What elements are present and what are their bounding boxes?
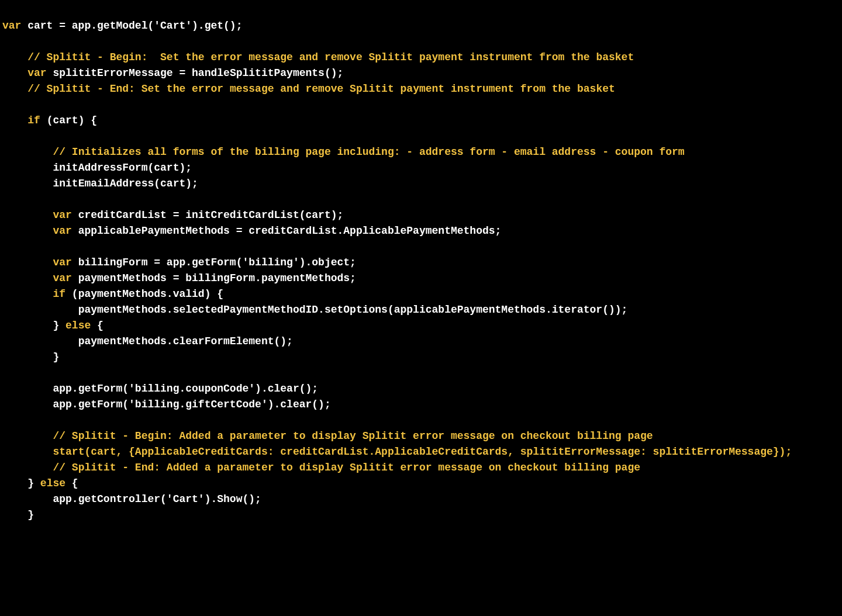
comment: // Initializes all forms of the billing … (53, 146, 684, 158)
code-text: (cart) { (40, 115, 97, 126)
indent (2, 225, 53, 237)
indent (2, 51, 27, 63)
code-line: // Splitit - End: Added a parameter to d… (2, 462, 640, 473)
code-line: app.getController('Cart').Show(); (2, 493, 261, 505)
keyword-var: var (53, 225, 71, 237)
code-text: paymentMethods.selectedPaymentMethodID.s… (78, 304, 628, 316)
keyword-else: else (40, 477, 65, 489)
code-line: } else { (2, 320, 103, 331)
indent (2, 162, 53, 174)
code-line: initAddressForm(cart); (2, 162, 192, 174)
code-line: var splititErrorMessage = handleSplititP… (2, 67, 343, 79)
code-text: } (27, 477, 40, 489)
code-line: paymentMethods.selectedPaymentMethodID.s… (2, 304, 627, 316)
code-text: paymentMethods = billingForm.paymentMeth… (72, 272, 356, 284)
code-line: // Splitit - End: Set the error message … (2, 83, 615, 95)
indent (2, 446, 53, 458)
code-editor-viewport[interactable]: var cart = app.getModel('Cart').get(); /… (2, 18, 840, 523)
code-text: paymentMethods.clearFormElement(); (78, 335, 293, 347)
indent (2, 383, 53, 394)
code-line: // Initializes all forms of the billing … (2, 146, 685, 158)
keyword-var: var (2, 20, 21, 32)
indent (2, 115, 27, 126)
indent (2, 83, 27, 95)
comment: // Splitit - End: Added a parameter to d… (53, 462, 640, 473)
code-line: if (paymentMethods.valid) { (2, 288, 223, 300)
code-text: initAddressForm(cart); (53, 162, 192, 174)
indent (2, 399, 53, 410)
comment: // Splitit - Begin: Added a parameter to… (53, 430, 653, 442)
code-line: app.getForm('billing.giftCertCode').clea… (2, 399, 331, 410)
code-line: var applicablePaymentMethods = creditCar… (2, 225, 501, 237)
code-text: } (53, 351, 59, 363)
indent (2, 493, 53, 505)
code-text-highlighted: start(cart, {ApplicableCreditCards: cred… (53, 446, 792, 458)
code-line: } (2, 509, 34, 521)
code-line: var paymentMethods = billingForm.payment… (2, 272, 356, 284)
keyword-else: else (65, 320, 91, 331)
code-line: paymentMethods.clearFormElement(); (2, 335, 293, 347)
code-text: { (91, 320, 103, 331)
indent (2, 257, 53, 268)
code-line: } (2, 351, 59, 363)
indent (2, 146, 53, 158)
indent (2, 477, 27, 489)
code-text: app.getForm('billing.giftCertCode').clea… (53, 399, 330, 410)
code-text: creditCardList = initCreditCardList(cart… (72, 209, 343, 221)
indent (2, 178, 53, 189)
indent (2, 288, 53, 300)
code-line: initEmailAddress(cart); (2, 178, 198, 189)
indent (2, 509, 27, 521)
code-line: // Splitit - Begin: Set the error messag… (2, 51, 634, 63)
code-text: (paymentMethods.valid) { (65, 288, 223, 300)
keyword-if: if (27, 115, 40, 126)
comment: // Splitit - Begin: Set the error messag… (27, 51, 634, 63)
indent (2, 304, 78, 316)
code-text: splititErrorMessage = handleSplititPayme… (47, 67, 344, 79)
keyword-if: if (53, 288, 65, 300)
code-line: var creditCardList = initCreditCardList(… (2, 209, 343, 221)
code-text: app.getController('Cart').Show(); (53, 493, 261, 505)
code-text: applicablePaymentMethods = creditCardLis… (72, 225, 502, 237)
keyword-var: var (53, 257, 71, 268)
keyword-var: var (27, 67, 46, 79)
code-text: billingForm = app.getForm('billing').obj… (72, 257, 356, 268)
code-line: var cart = app.getModel('Cart').get(); (2, 20, 242, 32)
code-text: initEmailAddress(cart); (53, 178, 198, 189)
code-text: app.getForm('billing.couponCode').clear(… (53, 383, 318, 394)
keyword-var: var (53, 272, 71, 284)
indent (2, 67, 27, 79)
indent (2, 462, 53, 473)
code-text: cart = app.getModel('Cart').get(); (21, 20, 242, 32)
indent (2, 209, 53, 221)
code-line: app.getForm('billing.couponCode').clear(… (2, 383, 318, 394)
code-text: } (27, 509, 34, 521)
indent (2, 430, 53, 442)
code-line: // Splitit - Begin: Added a parameter to… (2, 430, 653, 442)
code-text: { (65, 477, 78, 489)
code-line: start(cart, {ApplicableCreditCards: cred… (2, 446, 792, 458)
code-text: } (53, 320, 65, 331)
code-line: var billingForm = app.getForm('billing')… (2, 257, 356, 268)
indent (2, 351, 53, 363)
code-line: } else { (2, 477, 78, 489)
indent (2, 272, 53, 284)
indent (2, 320, 53, 331)
code-line: if (cart) { (2, 115, 97, 126)
keyword-var: var (53, 209, 71, 221)
indent (2, 335, 78, 347)
comment: // Splitit - End: Set the error message … (27, 83, 615, 95)
